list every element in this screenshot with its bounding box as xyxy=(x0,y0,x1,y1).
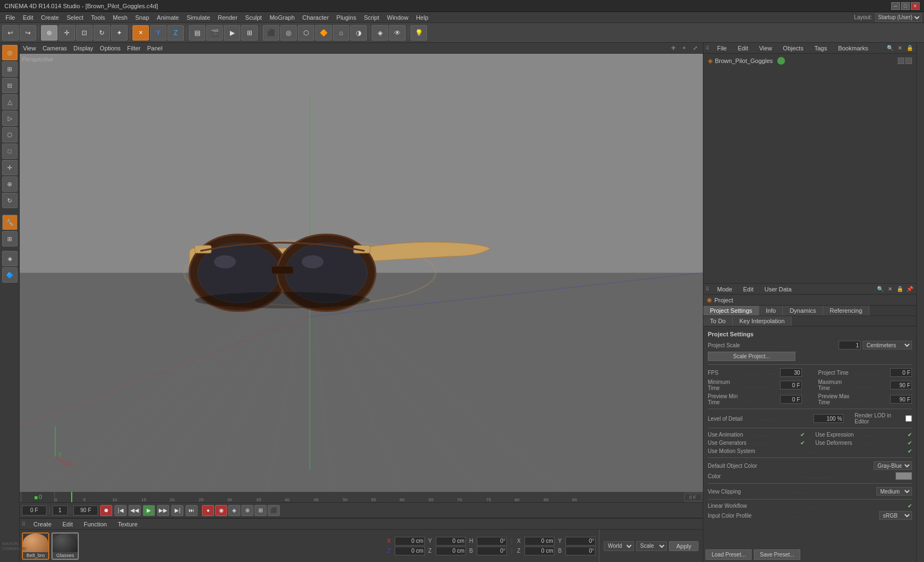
menu-script[interactable]: Script xyxy=(361,13,383,22)
rec-key-btn[interactable]: ◈ xyxy=(228,505,240,516)
color-swatch[interactable] xyxy=(896,472,912,480)
settings-edit[interactable]: Edit xyxy=(740,285,757,294)
obj-view[interactable]: View xyxy=(756,44,776,53)
cube-btn[interactable]: ⬛ xyxy=(263,25,279,41)
xpresso-btn[interactable]: 💡 xyxy=(411,25,427,41)
maximize-btn[interactable]: □ xyxy=(901,2,910,10)
obj-sq2[interactable] xyxy=(905,58,912,64)
menu-animate[interactable]: Animate xyxy=(154,13,182,22)
menu-edit[interactable]: Edit xyxy=(20,13,37,22)
transport-end[interactable]: ⏭ xyxy=(186,505,198,516)
render-viewport-btn[interactable]: ▶ xyxy=(224,25,240,41)
render-lod-check[interactable] xyxy=(905,415,912,422)
proj-time-input[interactable] xyxy=(890,368,912,377)
rec-extra-btn[interactable]: ⊞ xyxy=(255,505,267,516)
settings-close-icon[interactable]: ✕ xyxy=(886,285,894,294)
rec-mode-btn[interactable]: ⬛ xyxy=(268,505,280,516)
lft-vert-btn[interactable]: ▷ xyxy=(2,111,18,126)
bottom-texture[interactable]: Texture xyxy=(114,520,141,529)
obj-bookmarks[interactable]: Bookmarks xyxy=(835,44,871,53)
save-preset-btn[interactable]: Save Preset... xyxy=(754,549,800,560)
render-all-btn[interactable]: ⊞ xyxy=(241,25,258,41)
menu-sculpt[interactable]: Sculpt xyxy=(242,13,265,22)
rec-obj-btn[interactable]: ⊕ xyxy=(241,505,253,516)
color-profile-select[interactable]: sRGB Linear xyxy=(879,511,912,520)
obj-lock-icon[interactable]: 🔒 xyxy=(905,44,914,53)
obj-item-goggles[interactable]: ◈ Brown_Pilot_Goggles xyxy=(706,56,914,66)
obj-visibility-dot[interactable] xyxy=(777,57,785,65)
sy-input[interactable] xyxy=(565,537,596,546)
def-color-select[interactable]: Gray-Blue xyxy=(874,461,912,470)
bottom-drag-icon[interactable]: ⠿ xyxy=(22,521,26,527)
prev-max-input[interactable] xyxy=(890,395,912,404)
settings-search-icon[interactable]: 🔍 xyxy=(876,285,885,294)
tab-key-interp[interactable]: Key Interpolation xyxy=(733,316,792,326)
menu-window[interactable]: Window xyxy=(384,13,412,22)
lft-extra2[interactable]: 🔷 xyxy=(2,267,18,283)
lft-sculpt-btn[interactable]: 🔧 xyxy=(2,215,18,230)
lft-model-btn[interactable]: ◎ xyxy=(2,45,18,60)
move-tool-btn[interactable]: ✛ xyxy=(59,25,75,41)
deform-btn[interactable]: 🔶 xyxy=(315,25,332,41)
light-btn[interactable]: ◑ xyxy=(350,25,367,41)
menu-simulate[interactable]: Simulate xyxy=(183,13,213,22)
settings-pin-icon[interactable]: 📌 xyxy=(905,285,914,294)
obj-objects[interactable]: Objects xyxy=(779,44,806,53)
obj-edit[interactable]: Edit xyxy=(735,44,752,53)
transport-record[interactable]: ⏺ xyxy=(100,505,112,516)
lft-edge-btn[interactable]: △ xyxy=(2,94,18,110)
prev-min-input[interactable] xyxy=(780,395,802,404)
b-input[interactable] xyxy=(477,547,507,555)
bone-btn[interactable]: ◈ xyxy=(372,25,388,41)
fps-input[interactable] xyxy=(780,368,802,377)
transport-prev[interactable]: ◀◀ xyxy=(129,505,141,516)
lft-move-btn[interactable]: ✛ xyxy=(2,160,18,175)
rotate-tool-btn[interactable]: ↻ xyxy=(94,25,110,41)
scale-tool-btn[interactable]: ⊡ xyxy=(76,25,93,41)
edge-mode-btn[interactable]: Y xyxy=(150,25,166,41)
nurbs-btn[interactable]: ◎ xyxy=(280,25,297,41)
space-select[interactable]: World Object xyxy=(604,541,634,551)
vp-panel[interactable]: Panel xyxy=(147,45,163,51)
sz-input[interactable] xyxy=(524,547,555,555)
timeline-ruler-inner[interactable]: 0 5 10 15 20 25 30 35 40 45 50 55 60 65 … xyxy=(55,492,684,502)
titlebar-controls[interactable]: ─ □ ✕ xyxy=(891,2,920,10)
tab-info[interactable]: Info xyxy=(759,306,783,316)
transport-prev-key[interactable]: |◀ xyxy=(114,505,126,516)
undo-btn[interactable]: ↩ xyxy=(2,25,19,41)
lod-input[interactable] xyxy=(813,414,844,423)
frame-step-input[interactable] xyxy=(53,506,68,515)
obj-sq1[interactable] xyxy=(898,58,904,64)
playhead[interactable] xyxy=(71,492,72,502)
close-btn[interactable]: ✕ xyxy=(911,2,920,10)
gen-btn[interactable]: ⬡ xyxy=(298,25,314,41)
timeline-ruler[interactable]: ■ 0 0 5 10 15 20 25 30 35 40 45 xyxy=(20,492,703,503)
render-region-btn[interactable]: ▤ xyxy=(189,25,205,41)
rec-all-btn[interactable]: ◉ xyxy=(215,505,227,516)
menu-character[interactable]: Character xyxy=(299,13,332,22)
load-preset-btn[interactable]: Load Preset... xyxy=(706,549,752,560)
material-glasses[interactable]: Glasses xyxy=(51,532,79,560)
transport-next-key[interactable]: ▶| xyxy=(171,505,183,516)
redo-btn[interactable]: ↪ xyxy=(20,25,36,41)
z-pos-input[interactable] xyxy=(395,547,425,555)
lft-uv-btn[interactable]: ⊞ xyxy=(2,61,18,77)
settings-userdata[interactable]: User Data xyxy=(761,285,795,294)
settings-mode[interactable]: Mode xyxy=(714,285,736,294)
tab-dynamics[interactable]: Dynamics xyxy=(783,306,823,316)
menu-mesh[interactable]: Mesh xyxy=(109,13,131,22)
y-pos-input[interactable] xyxy=(436,537,466,546)
lft-rotate-btn[interactable]: ↻ xyxy=(2,193,18,208)
menu-render[interactable]: Render xyxy=(215,13,241,22)
tab-todo[interactable]: To Do xyxy=(703,316,733,326)
poly-mode-btn[interactable]: Z xyxy=(168,25,184,41)
sx-input[interactable] xyxy=(524,537,555,546)
vp-view[interactable]: View xyxy=(23,45,36,51)
vp-filter[interactable]: Filter xyxy=(127,45,140,51)
minimize-btn[interactable]: ─ xyxy=(891,2,900,10)
menu-tools[interactable]: Tools xyxy=(88,13,108,22)
menu-select[interactable]: Select xyxy=(63,13,87,22)
lft-extra1[interactable]: ◈ xyxy=(2,251,18,266)
transport-play[interactable]: ▶ xyxy=(143,505,155,516)
menu-create[interactable]: Create xyxy=(38,13,62,22)
